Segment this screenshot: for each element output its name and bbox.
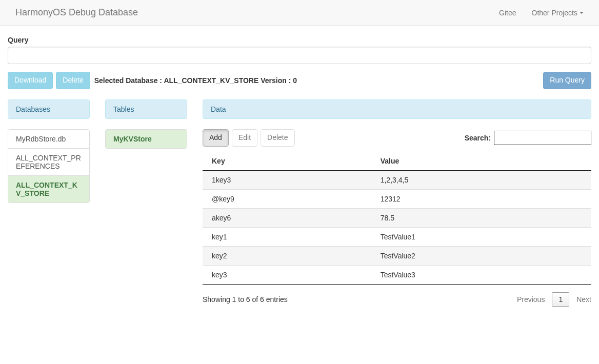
- databases-list: MyRdbStore.dbALL_CONTEXT_PREFERENCESALL_…: [8, 129, 90, 203]
- table-row[interactable]: @key912312: [203, 189, 591, 208]
- data-toolbar: Add Edit Delete Search:: [203, 129, 591, 147]
- databases-header: Databases: [8, 99, 90, 119]
- cell-value: TestValue3: [371, 265, 591, 284]
- entries-info: Showing 1 to 6 of 6 entries: [203, 295, 288, 304]
- database-item[interactable]: MyRdbStore.db: [8, 130, 89, 149]
- query-label: Query: [8, 36, 591, 44]
- search-wrap: Search:: [465, 131, 591, 145]
- page-current[interactable]: 1: [552, 292, 569, 307]
- tables-header: Tables: [105, 99, 187, 119]
- cell-value: 1,2,3,4,5: [371, 170, 591, 189]
- nav-link-other-projects[interactable]: Other Projects: [524, 1, 591, 25]
- database-item[interactable]: ALL_CONTEXT_PREFERENCES: [8, 149, 89, 176]
- query-input[interactable]: [8, 47, 591, 64]
- nav-link-gitee[interactable]: Gitee: [491, 1, 524, 25]
- data-header: Data: [203, 99, 591, 119]
- navbar-brand[interactable]: HarmonyOS Debug Database: [8, 0, 146, 26]
- table-footer: Showing 1 to 6 of 6 entries Previous 1 N…: [203, 292, 591, 307]
- cell-value: TestValue1: [371, 227, 591, 246]
- previous-button[interactable]: Previous: [517, 295, 545, 304]
- table-item[interactable]: MyKVStore: [106, 130, 187, 148]
- selected-db-text: Selected Database : ALL_CONTEXT_KV_STORE…: [94, 76, 297, 85]
- delete-db-button[interactable]: Delete: [56, 72, 90, 89]
- action-row: Download Delete Selected Database : ALL_…: [8, 72, 591, 89]
- table-row[interactable]: key3TestValue3: [203, 265, 591, 284]
- main-container: Query Download Delete Selected Database …: [0, 36, 599, 307]
- database-item[interactable]: ALL_CONTEXT_KV_STORE: [8, 176, 89, 203]
- pagination: Previous 1 Next: [517, 292, 591, 307]
- cell-key: key2: [203, 246, 371, 265]
- table-row[interactable]: 1key31,2,3,4,5: [203, 170, 591, 189]
- table-row[interactable]: key1TestValue1: [203, 227, 591, 246]
- cell-key: key1: [203, 227, 371, 246]
- cell-value: 78.5: [371, 208, 591, 227]
- table-row[interactable]: akey678.5: [203, 208, 591, 227]
- run-query-button[interactable]: Run Query: [543, 72, 591, 89]
- nav-link-label: Other Projects: [532, 9, 577, 17]
- cell-key: 1key3: [203, 170, 371, 189]
- navbar: HarmonyOS Debug Database Gitee Other Pro…: [0, 0, 599, 26]
- cell-key: key3: [203, 265, 371, 284]
- column-header-value[interactable]: Value: [371, 152, 591, 171]
- columns: Databases MyRdbStore.dbALL_CONTEXT_PREFE…: [8, 99, 591, 307]
- download-button[interactable]: Download: [8, 72, 53, 89]
- next-button[interactable]: Next: [576, 295, 591, 304]
- delete-row-button[interactable]: Delete: [261, 129, 294, 147]
- tables-list: MyKVStore: [105, 129, 187, 149]
- search-input[interactable]: [494, 131, 591, 145]
- tables-column: Tables MyKVStore: [105, 99, 187, 307]
- cell-value: 12312: [371, 189, 591, 208]
- data-column: Data Add Edit Delete Search: Key Value 1…: [203, 99, 591, 307]
- chevron-down-icon: [580, 12, 584, 14]
- cell-value: TestValue2: [371, 246, 591, 265]
- navbar-nav: Gitee Other Projects: [491, 1, 591, 25]
- column-header-key[interactable]: Key: [203, 152, 371, 171]
- databases-column: Databases MyRdbStore.dbALL_CONTEXT_PREFE…: [8, 99, 90, 307]
- table-row[interactable]: key2TestValue2: [203, 246, 591, 265]
- cell-key: @key9: [203, 189, 371, 208]
- cell-key: akey6: [203, 208, 371, 227]
- data-table: Key Value 1key31,2,3,4,5@key912312akey67…: [203, 152, 591, 285]
- search-label: Search:: [465, 134, 491, 142]
- add-button[interactable]: Add: [203, 129, 229, 147]
- edit-button[interactable]: Edit: [232, 129, 257, 147]
